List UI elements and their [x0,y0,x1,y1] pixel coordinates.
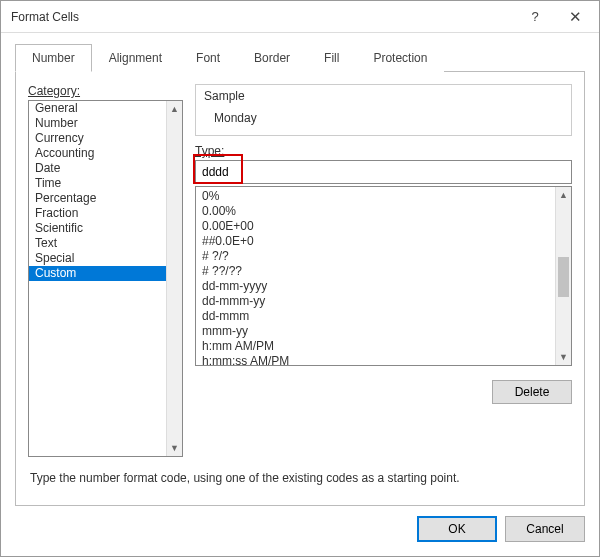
sample-group: Sample Monday [195,84,572,136]
ok-button[interactable]: OK [417,516,497,542]
scroll-up-icon[interactable]: ▲ [556,187,571,203]
category-label: Category: [28,84,183,98]
category-item-percentage[interactable]: Percentage [29,191,166,206]
sample-label: Sample [204,89,563,103]
category-listbox[interactable]: General Number Currency Accounting Date … [28,100,183,457]
format-cells-dialog: Format Cells ? ✕ Number Alignment Font B… [0,0,600,557]
format-item[interactable]: h:mm AM/PM [196,339,555,354]
category-item-text[interactable]: Text [29,236,166,251]
category-item-date[interactable]: Date [29,161,166,176]
format-item[interactable]: dd-mm-yyyy [196,279,555,294]
delete-button[interactable]: Delete [492,380,572,404]
type-input[interactable] [195,160,572,184]
format-item[interactable]: dd-mmm [196,309,555,324]
cancel-button[interactable]: Cancel [505,516,585,542]
hint-text: Type the number format code, using one o… [28,457,572,493]
panel-columns: Category: General Number Currency Accoun… [28,84,572,457]
format-item[interactable]: mmm-yy [196,324,555,339]
tab-number[interactable]: Number [15,44,92,72]
tab-protection[interactable]: Protection [356,44,444,72]
sample-value: Monday [204,103,563,125]
category-item-fraction[interactable]: Fraction [29,206,166,221]
category-item-number[interactable]: Number [29,116,166,131]
category-item-scientific[interactable]: Scientific [29,221,166,236]
tab-panel-number: Category: General Number Currency Accoun… [15,72,585,506]
titlebar: Format Cells ? ✕ [1,1,599,33]
format-item[interactable]: h:mm:ss AM/PM [196,354,555,365]
scroll-down-icon[interactable]: ▼ [167,440,182,456]
format-item[interactable]: ##0.0E+0 [196,234,555,249]
help-button[interactable]: ? [515,3,555,31]
format-item[interactable]: 0% [196,189,555,204]
close-button[interactable]: ✕ [555,3,595,31]
tabstrip: Number Alignment Font Border Fill Protec… [15,43,585,72]
dialog-footer: OK Cancel [1,506,599,556]
window-title: Format Cells [11,10,515,24]
format-item[interactable]: 0.00% [196,204,555,219]
tab-font[interactable]: Font [179,44,237,72]
format-item[interactable]: # ?/? [196,249,555,264]
tab-fill[interactable]: Fill [307,44,356,72]
category-item-time[interactable]: Time [29,176,166,191]
category-item-general[interactable]: General [29,101,166,116]
scroll-up-icon[interactable]: ▲ [167,101,182,117]
category-item-currency[interactable]: Currency [29,131,166,146]
tab-border[interactable]: Border [237,44,307,72]
category-column: Category: General Number Currency Accoun… [28,84,183,457]
tab-alignment[interactable]: Alignment [92,44,179,72]
category-scrollbar[interactable]: ▲ ▼ [166,101,182,456]
detail-column: Sample Monday Type: 0% 0.00% 0.00E+00 [195,84,572,457]
format-item[interactable]: 0.00E+00 [196,219,555,234]
format-listbox[interactable]: 0% 0.00% 0.00E+00 ##0.0E+0 # ?/? # ??/??… [195,186,572,366]
dialog-content: Number Alignment Font Border Fill Protec… [1,33,599,506]
format-item[interactable]: dd-mmm-yy [196,294,555,309]
type-actions: Delete [195,366,572,404]
scroll-thumb[interactable] [558,257,569,297]
category-item-custom[interactable]: Custom [29,266,166,281]
format-item[interactable]: # ??/?? [196,264,555,279]
category-item-special[interactable]: Special [29,251,166,266]
type-label: Type: [195,144,572,158]
format-scrollbar[interactable]: ▲ ▼ [555,187,571,365]
type-input-wrap [195,160,572,184]
category-item-accounting[interactable]: Accounting [29,146,166,161]
scroll-down-icon[interactable]: ▼ [556,349,571,365]
